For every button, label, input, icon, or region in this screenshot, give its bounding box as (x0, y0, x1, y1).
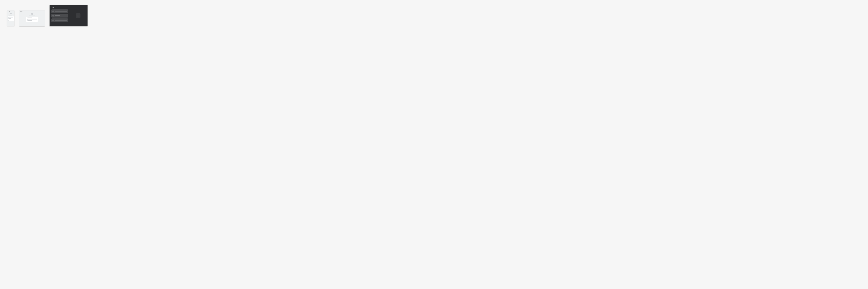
list-item-text (55, 20, 67, 21)
avatar (8, 17, 9, 18)
list-item[interactable] (27, 21, 37, 21)
hero-text-placeholder (29, 16, 35, 16)
mobile-frame: Title (7, 10, 14, 26)
avatar (27, 17, 28, 19)
list-card (26, 17, 38, 22)
hero-section (7, 13, 14, 16)
page-title: Title (9, 11, 10, 12)
list-item-text (55, 15, 67, 16)
hero-title-placeholder (30, 15, 34, 15)
avatar (8, 19, 9, 19)
list-item[interactable] (8, 19, 13, 19)
avatar (52, 15, 54, 16)
page-title: Title (51, 7, 86, 8)
list-item[interactable] (27, 17, 37, 19)
hero-thumbnail (31, 13, 33, 14)
detail-pane (70, 9, 86, 22)
back-arrow-icon[interactable] (8, 11, 8, 12)
detail-image (76, 13, 81, 18)
list-item-text (9, 19, 13, 19)
tv-frame: Title (50, 5, 88, 26)
back-arrow-icon[interactable] (20, 11, 21, 12)
detail-text-placeholder (72, 21, 85, 21)
app-bar: Title (7, 10, 14, 12)
tablet-frame: Title (19, 10, 45, 26)
list-card (8, 16, 14, 21)
svg-point-0 (79, 15, 79, 15)
avatar (52, 10, 54, 12)
avatar (52, 20, 54, 21)
hero-section (19, 13, 45, 16)
detail-text-placeholder (72, 20, 85, 20)
page-title: Title (21, 11, 23, 12)
content-body (51, 9, 86, 22)
hero-title-placeholder (10, 14, 11, 15)
avatar (27, 19, 28, 20)
list-item-text (28, 19, 37, 20)
hero-text-placeholder (29, 15, 35, 16)
app-bar: Title (19, 10, 45, 12)
list-item-text (28, 17, 37, 19)
avatar (8, 20, 9, 21)
list-item[interactable] (8, 17, 13, 18)
list-item[interactable] (27, 19, 37, 20)
list-item-text (9, 20, 13, 21)
list-item-text (9, 17, 13, 18)
hero-thumbnail (10, 13, 11, 14)
detail-title-placeholder (77, 19, 80, 19)
list-item[interactable] (51, 14, 68, 17)
list (51, 9, 68, 22)
list-item-text (55, 11, 67, 11)
avatar (27, 21, 28, 21)
list-item[interactable] (51, 19, 68, 22)
list-item-text (28, 21, 37, 21)
image-icon (77, 14, 80, 16)
hero-text-placeholder (9, 15, 12, 15)
hero-text-placeholder (9, 15, 12, 16)
list-item[interactable] (8, 20, 13, 21)
list-item[interactable] (51, 9, 68, 13)
